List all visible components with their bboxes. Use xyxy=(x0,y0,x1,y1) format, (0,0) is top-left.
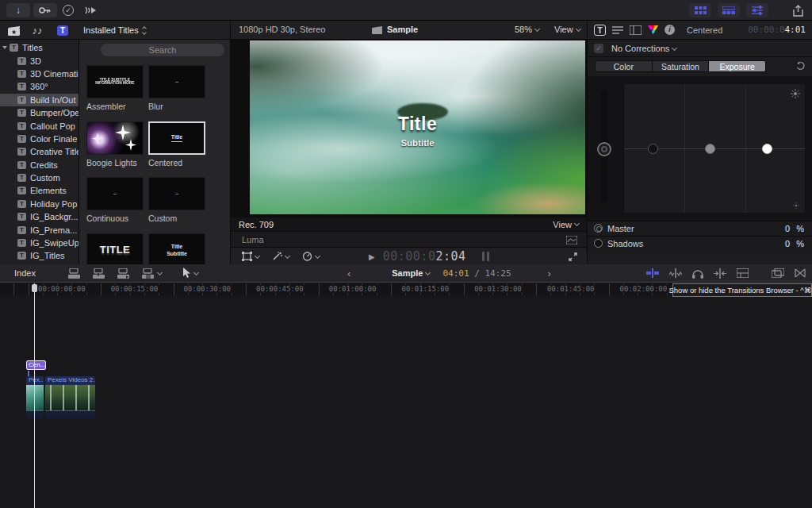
sidebar-item-creative-titles[interactable]: TCreative Titles xyxy=(0,145,79,158)
title-thumbnail-assembler[interactable]: TITLE SUBTITLEINFORMATION MOREAssembler xyxy=(86,65,144,114)
tab-saturation[interactable]: Saturation xyxy=(653,61,710,71)
index-button[interactable]: Index xyxy=(14,268,36,278)
effects-browser-icon[interactable] xyxy=(772,268,784,278)
title-thumbnail-boogie-lights[interactable]: Boogie Lights xyxy=(86,121,144,170)
skimming-toggle-icon[interactable] xyxy=(646,268,659,278)
corrections-dropdown[interactable]: No Corrections xyxy=(611,44,669,53)
keywords-button[interactable] xyxy=(33,3,57,17)
timeline-layout-button[interactable] xyxy=(718,3,740,17)
append-edit-icon[interactable] xyxy=(117,268,130,279)
scope-icon[interactable] xyxy=(566,236,577,244)
text-inspector-tab[interactable] xyxy=(612,25,623,35)
fullscreen-icon[interactable] xyxy=(569,252,577,261)
sidebar-item-label: IG_SwipeUp xyxy=(30,238,79,248)
overwrite-edit-dropdown[interactable] xyxy=(141,268,162,279)
overlay-subtitle-text[interactable]: Subtitle xyxy=(250,138,585,148)
sidebar-item-360-[interactable]: T360° xyxy=(0,80,79,93)
reset-icon[interactable] xyxy=(795,61,806,71)
import-media-button[interactable]: ↓ xyxy=(6,3,30,17)
shadows-puck[interactable] xyxy=(648,144,658,154)
shadows-param-row[interactable]: Shadows 0 % xyxy=(588,236,812,250)
timeline-video-clip[interactable]: Pexels Videos 2... xyxy=(45,376,95,418)
sidebar-item-holiday-pop[interactable]: THoliday Pop xyxy=(0,198,79,210)
title-inspector-tab[interactable]: T xyxy=(594,25,606,36)
connect-edit-icon[interactable] xyxy=(67,268,81,279)
sidebar-item-credits[interactable]: TCredits xyxy=(0,159,79,171)
audio-skimming-icon[interactable] xyxy=(669,268,682,278)
sidebar-item-build-in-out[interactable]: TBuild In/Out xyxy=(0,94,79,106)
video-inspector-tab[interactable] xyxy=(630,25,642,35)
snapping-toggle-icon[interactable] xyxy=(714,268,726,279)
tab-color[interactable]: Color xyxy=(596,61,653,71)
transform-dropdown[interactable] xyxy=(242,252,259,261)
tab-exposure[interactable]: Exposure xyxy=(709,61,765,71)
background-tasks-button[interactable]: ✓ xyxy=(60,3,76,17)
music-browser-tab[interactable]: ♪♪ xyxy=(30,23,44,37)
search-input[interactable] xyxy=(101,44,224,56)
browser-layout-button[interactable] xyxy=(689,3,711,17)
playhead-handle[interactable] xyxy=(32,284,37,292)
sidebar-item-ig-prema-[interactable]: TIG_Prema... xyxy=(0,223,79,236)
sidebar-item-3d[interactable]: T3D xyxy=(0,54,79,67)
sidebar-item-elements[interactable]: TElements xyxy=(0,184,79,197)
disclosure-triangle-icon[interactable] xyxy=(2,46,7,49)
installed-titles-label: Installed Titles xyxy=(83,25,139,35)
highlights-puck[interactable] xyxy=(762,144,772,154)
master-param-row[interactable]: Master 0 % xyxy=(588,221,812,235)
param-value[interactable]: 0 xyxy=(785,239,790,248)
tool-dropdown[interactable] xyxy=(182,267,198,279)
play-button[interactable]: ▶ xyxy=(369,252,375,261)
video-canvas[interactable]: Title Subtitle xyxy=(231,40,587,217)
sidebar-item-titles[interactable]: TTitles xyxy=(0,41,79,54)
sidebar-item-ig-swipeup[interactable]: TIG_SwipeUp xyxy=(0,237,79,249)
timeline-title-clip[interactable]: Cen... xyxy=(26,360,46,370)
zoom-dropdown[interactable]: 58% xyxy=(515,25,539,34)
clip-appearance-icon[interactable] xyxy=(737,268,749,278)
playhead[interactable] xyxy=(34,283,35,508)
param-value[interactable]: 0 xyxy=(785,224,790,233)
sidebar-item-ig-titles[interactable]: TIG_Titles xyxy=(0,249,79,262)
title-thumbnail-custom[interactable]: ~Custom xyxy=(148,177,205,225)
viewer-timecode[interactable]: 00:00:02:04 xyxy=(383,249,466,264)
previous-project-button[interactable]: ‹ xyxy=(347,267,350,279)
sidebar-item-3d-cinematic[interactable]: T3D Cinematic xyxy=(0,67,79,80)
insert-edit-icon[interactable] xyxy=(92,268,105,279)
next-project-button[interactable]: › xyxy=(548,267,551,279)
retime-dropdown[interactable] xyxy=(302,252,320,261)
titles-browser-tab[interactable]: T xyxy=(56,23,70,37)
installed-titles-dropdown[interactable]: Installed Titles xyxy=(83,23,146,37)
title-thumbnail-title-subtitle[interactable]: TitleSubtitle xyxy=(148,233,205,265)
audio-meters[interactable] xyxy=(482,252,489,261)
title-thumbnail-continuous[interactable]: ~Continuous xyxy=(86,177,144,225)
sidebar-item-color-finale-g[interactable]: TColor Finale G xyxy=(0,133,79,145)
timeline-project-dropdown[interactable]: Sample xyxy=(392,268,430,278)
sidebar-item-label: Callout Pop xyxy=(30,121,75,131)
sidebar-item-bumper-open[interactable]: TBumper/Open xyxy=(0,106,79,119)
sidebar-item-callout-pop[interactable]: TCallout Pop xyxy=(0,119,79,132)
sidebar-item-ig-backgr-[interactable]: TIG_Backgr... xyxy=(0,210,79,223)
color-inspector-tab[interactable] xyxy=(648,25,658,34)
media-browser-tab[interactable]: ★ xyxy=(6,23,21,37)
title-thumbnail-blur[interactable]: ~Blur xyxy=(148,65,205,114)
sidebar-item-custom[interactable]: TCustom xyxy=(0,171,79,184)
timeline-canvas[interactable]: Cen... Pex... Pexels Videos 2... xyxy=(0,295,812,508)
timeline-video-clip[interactable]: Pex... xyxy=(26,376,44,418)
title-thumbnail-title-bold[interactable]: TITLE xyxy=(86,233,144,265)
enhancements-dropdown[interactable] xyxy=(272,252,289,261)
solo-headphones-icon[interactable] xyxy=(692,268,703,279)
view-dropdown[interactable]: View xyxy=(554,25,580,34)
slider-handle[interactable] xyxy=(597,142,611,156)
exposure-panel xyxy=(588,76,812,221)
magic-wand-icon xyxy=(272,252,282,261)
playback-settings-button[interactable] xyxy=(81,3,100,17)
scope-view-dropdown[interactable]: View xyxy=(553,220,579,229)
title-thumbnail-centered[interactable]: TitleCentered xyxy=(148,121,205,170)
corrections-checkbox[interactable]: ✓ xyxy=(594,44,603,53)
share-button[interactable] xyxy=(789,3,806,17)
overlay-title-text[interactable]: Title xyxy=(250,114,585,135)
brightness-down-icon xyxy=(793,202,799,209)
info-inspector-tab[interactable]: i xyxy=(665,25,675,35)
inspector-toggle-button[interactable] xyxy=(746,3,768,17)
transitions-browser-icon[interactable] xyxy=(795,268,806,278)
midtones-puck[interactable] xyxy=(705,144,715,154)
